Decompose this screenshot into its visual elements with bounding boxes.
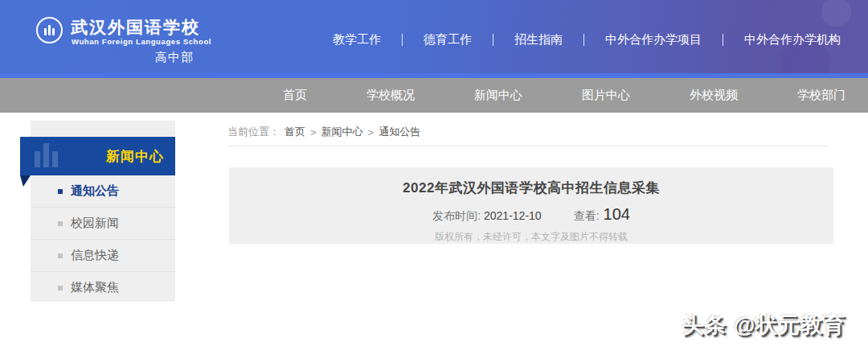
nav-item-school-video[interactable]: 外校视频 xyxy=(690,88,738,103)
header-link-teaching[interactable]: 教学工作 xyxy=(333,32,381,47)
nav-item-school-overview[interactable]: 学校概况 xyxy=(366,88,415,103)
views-count: 104 xyxy=(604,205,630,224)
sidebar-fold-corner xyxy=(20,175,31,187)
toutiao-watermark: 头条 @状元教育 xyxy=(682,311,845,340)
article-meta: 发布时间: 2021-12-10 查看: 104 xyxy=(432,205,630,224)
sidebar-header: 新闻中心 xyxy=(20,137,175,175)
header-link-admissions-guide[interactable]: 招生指南 xyxy=(514,32,563,47)
logo-emblem-icon xyxy=(44,25,55,35)
sidebar-item-label: 校园新闻 xyxy=(71,216,119,231)
bullet-icon xyxy=(58,189,63,194)
publish-date-label: 发布时间: xyxy=(432,209,481,224)
bullet-icon xyxy=(58,253,63,258)
article-title: 2022年武汉外国语学校高中招生信息采集 xyxy=(403,179,660,197)
nav-item-departments[interactable]: 学校部门 xyxy=(797,88,845,103)
school-name-en: Wuhan Foreign Languages School xyxy=(72,37,211,46)
breadcrumb-separator: > xyxy=(310,126,317,138)
division-label: 高中部 xyxy=(155,50,194,65)
article-header-box: 2022年武汉外国语学校高中招生信息采集 发布时间: 2021-12-10 查看… xyxy=(229,167,833,244)
site-header: 武汉外国语学校 Wuhan Foreign Languages School 高… xyxy=(0,0,868,78)
nav-item-picture-center[interactable]: 图片中心 xyxy=(582,88,630,103)
sidebar-item-label: 媒体聚焦 xyxy=(71,280,119,295)
sidebar-item-label: 通知公告 xyxy=(71,183,119,199)
breadcrumb-label: 当前位置： xyxy=(227,125,280,139)
nav-item-news-center[interactable]: 新闻中心 xyxy=(474,88,522,103)
divider xyxy=(723,34,723,46)
breadcrumb-home[interactable]: 首页 xyxy=(285,125,305,139)
divider xyxy=(402,34,403,46)
main-nav: 首页 学校概况 新闻中心 图片中心 外校视频 学校部门 xyxy=(0,78,868,113)
sidebar-item-media-focus[interactable]: 媒体聚焦 xyxy=(31,272,175,303)
nav-item-home[interactable]: 首页 xyxy=(283,88,307,103)
sidebar-item-campus-news[interactable]: 校园新闻 xyxy=(31,208,175,240)
page: 武汉外国语学校 Wuhan Foreign Languages School 高… xyxy=(0,0,868,346)
sidebar-item-notices[interactable]: 通知公告 xyxy=(31,175,175,208)
sidebar-item-info-express[interactable]: 信息快递 xyxy=(31,240,175,272)
header-links: 教学工作 德育工作 招生指南 中外合作办学项目 中外合作办学机构 xyxy=(333,31,841,48)
publish-date-value: 2021-12-10 xyxy=(484,209,542,222)
header-link-coop-program[interactable]: 中外合作办学项目 xyxy=(605,32,702,47)
breadcrumb-divider xyxy=(227,146,829,146)
bullet-icon xyxy=(58,221,63,226)
sidebar-menu: 通知公告 校园新闻 信息快递 媒体聚焦 xyxy=(31,175,175,303)
school-name-cn: 武汉外国语学校 xyxy=(71,16,200,39)
breadcrumb-notices[interactable]: 通知公告 xyxy=(379,125,420,139)
breadcrumb: 当前位置： 首页 > 新闻中心 > 通知公告 xyxy=(227,125,420,139)
sidebar-title: 新闻中心 xyxy=(106,147,164,166)
divider xyxy=(493,34,493,46)
views-label: 查看: xyxy=(574,209,600,224)
header-link-moral-education[interactable]: 德育工作 xyxy=(424,32,472,47)
sidebar-item-label: 信息快递 xyxy=(71,248,119,263)
copyright-notice: 版权所有，未经许可，本文字及图片不得转载 xyxy=(435,230,628,244)
header-link-coop-institution[interactable]: 中外合作办学机构 xyxy=(744,32,841,47)
bullet-icon xyxy=(58,286,63,290)
school-logo-icon[interactable] xyxy=(36,17,63,43)
breadcrumb-separator: > xyxy=(368,126,375,138)
sidebar-watermark-icon xyxy=(35,143,58,167)
divider xyxy=(583,34,584,46)
breadcrumb-news-center[interactable]: 新闻中心 xyxy=(321,125,363,139)
